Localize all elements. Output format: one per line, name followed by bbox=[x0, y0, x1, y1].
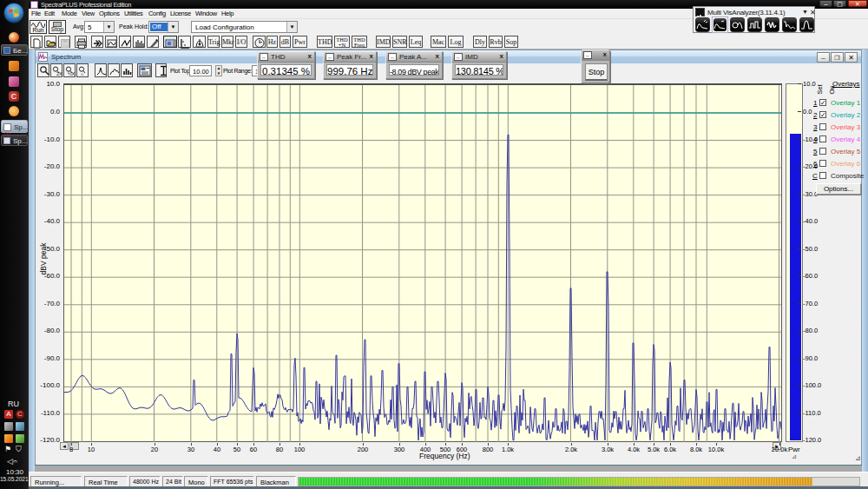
svg-text:½X: ½X bbox=[68, 71, 76, 76]
svg-text:2X: 2X bbox=[56, 71, 62, 76]
svg-text:⌂: ⌂ bbox=[81, 71, 83, 76]
